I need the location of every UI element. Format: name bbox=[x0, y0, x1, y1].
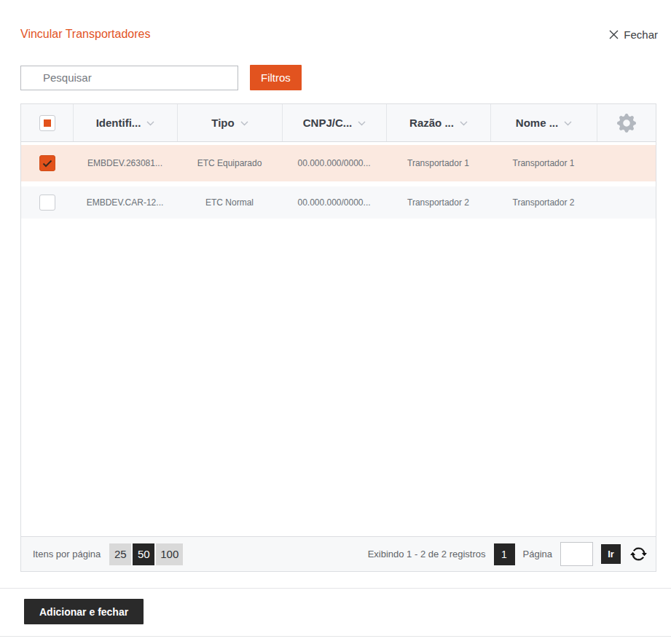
row-checkbox-checked[interactable] bbox=[39, 155, 55, 171]
page-size-group: 25 50 100 bbox=[109, 543, 183, 565]
vincular-transportadores-modal: Vincular Transportadores Fechar Filtros … bbox=[0, 0, 671, 644]
search-input[interactable] bbox=[20, 66, 238, 90]
row-checkbox-cell bbox=[21, 155, 73, 171]
page-number-input[interactable] bbox=[560, 542, 593, 566]
column-header-tipo[interactable]: Tipo bbox=[177, 104, 282, 141]
go-to-page-button[interactable]: Ir bbox=[601, 544, 621, 564]
pagination-right: Exibindo 1 - 2 de 2 registros 1 Página I… bbox=[368, 542, 647, 566]
page-size-25-button[interactable]: 25 bbox=[109, 543, 131, 565]
column-label: Razão ... bbox=[409, 117, 454, 129]
page-label: Página bbox=[523, 549, 552, 559]
select-all-checkbox[interactable] bbox=[39, 115, 55, 131]
cell-nome: Transportador 1 bbox=[490, 158, 597, 168]
items-per-page-label: Itens por página bbox=[33, 549, 101, 559]
page-title: Vincular Transportadores bbox=[20, 28, 150, 41]
column-header-razao-social[interactable]: Razão ... bbox=[386, 104, 490, 141]
divider bbox=[0, 636, 671, 637]
cell-tipo: ETC Equiparado bbox=[177, 158, 282, 168]
current-page-button[interactable]: 1 bbox=[494, 543, 515, 565]
chevron-down-icon bbox=[564, 121, 572, 126]
close-button[interactable]: Fechar bbox=[609, 28, 658, 41]
row-checkbox-cell bbox=[21, 195, 73, 211]
cell-razao-social: Transportador 2 bbox=[386, 197, 490, 208]
table-body: EMBDEV.263081... ETC Equiparado 00.000.0… bbox=[21, 142, 656, 219]
cell-identificacao: EMBDEV.263081... bbox=[73, 158, 177, 168]
modal-header: Vincular Transportadores Fechar bbox=[0, 0, 671, 41]
chevron-down-icon bbox=[460, 121, 468, 126]
cell-cnpj: 00.000.000/0000... bbox=[282, 158, 386, 168]
showing-records-label: Exibindo 1 - 2 de 2 registros bbox=[368, 549, 486, 559]
refresh-icon bbox=[630, 546, 647, 562]
column-settings-button[interactable] bbox=[597, 104, 656, 141]
select-all-cell bbox=[21, 104, 73, 141]
gear-icon bbox=[617, 114, 636, 133]
column-header-nome[interactable]: Nome ... bbox=[490, 104, 597, 141]
indeterminate-mark-icon bbox=[44, 119, 51, 127]
cell-cnpj: 00.000.000/0000... bbox=[282, 197, 386, 208]
cell-tipo: ETC Normal bbox=[177, 197, 282, 208]
row-checkbox-unchecked[interactable] bbox=[39, 195, 55, 211]
column-header-identificacao[interactable]: Identifi... bbox=[73, 104, 177, 141]
page-size-100-button[interactable]: 100 bbox=[156, 543, 183, 565]
column-label: CNPJ/C... bbox=[303, 117, 353, 129]
close-icon bbox=[609, 30, 619, 39]
table-empty-area bbox=[21, 219, 656, 536]
chevron-down-icon bbox=[146, 121, 154, 126]
cell-identificacao: EMBDEV.CAR-12... bbox=[73, 197, 177, 208]
cell-nome: Transportador 2 bbox=[490, 197, 597, 208]
table-row[interactable]: EMBDEV.263081... ETC Equiparado 00.000.0… bbox=[21, 145, 656, 181]
carriers-table: Identifi... Tipo CNPJ/C... Razão ... bbox=[20, 103, 656, 572]
chevron-down-icon bbox=[358, 121, 366, 126]
add-and-close-button[interactable]: Adicionar e fechar bbox=[24, 599, 144, 624]
toolbar: Filtros bbox=[20, 65, 671, 90]
refresh-button[interactable] bbox=[630, 546, 647, 562]
column-header-cnpj[interactable]: CNPJ/C... bbox=[282, 104, 386, 141]
cell-razao-social: Transportador 1 bbox=[386, 158, 490, 168]
table-header-row: Identifi... Tipo CNPJ/C... Razão ... bbox=[21, 104, 656, 142]
pagination-bar: Itens por página 25 50 100 Exibindo 1 - … bbox=[21, 536, 656, 571]
bottom-action-bar: Adicionar e fechar bbox=[0, 589, 671, 636]
column-label: Identifi... bbox=[96, 117, 141, 129]
chevron-down-icon bbox=[240, 121, 248, 126]
column-label: Tipo bbox=[211, 117, 234, 129]
table-row[interactable]: EMBDEV.CAR-12... ETC Normal 00.000.000/0… bbox=[21, 186, 656, 219]
column-label: Nome ... bbox=[516, 117, 558, 129]
filters-button[interactable]: Filtros bbox=[250, 65, 302, 90]
close-label: Fechar bbox=[624, 28, 658, 41]
page-size-50-button[interactable]: 50 bbox=[133, 543, 154, 565]
